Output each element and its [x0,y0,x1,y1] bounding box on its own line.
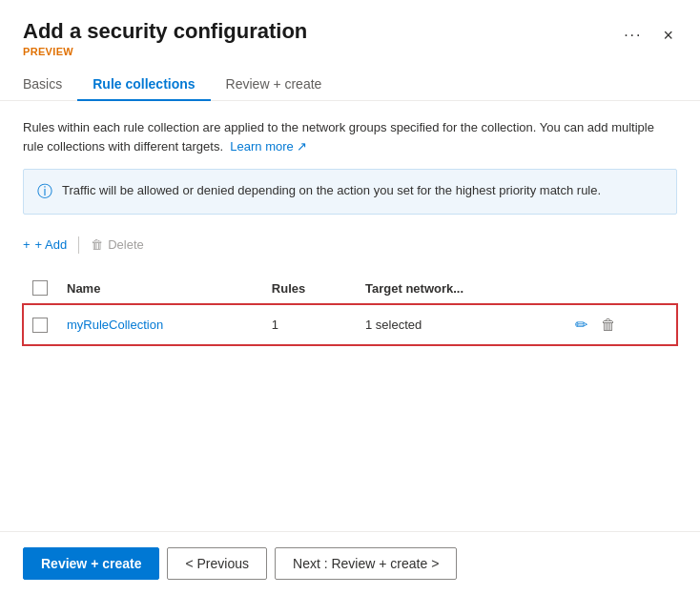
description-main: Rules within each rule collection are ap… [23,120,654,154]
next-button[interactable]: Next : Review + create > [275,547,457,580]
table-row: myRuleCollection 1 1 selected ✏ 🗑 [23,304,677,346]
tab-rule-collections[interactable]: Rule collections [77,69,210,101]
column-name: Name [57,273,262,304]
previous-button[interactable]: < Previous [167,547,267,580]
add-security-config-dialog: Add a security configuration PREVIEW ···… [0,0,700,595]
tab-basics[interactable]: Basics [23,69,77,101]
toolbar: + + Add 🗑 Delete [23,234,677,256]
row-rules-cell: 1 [262,304,356,346]
column-actions [564,273,677,304]
external-link-icon: ↗ [297,139,307,154]
tabs-container: Basics Rule collections Review + create [0,61,700,101]
add-button[interactable]: + + Add [23,234,67,256]
info-icon: ⓘ [37,182,52,202]
dialog-title-block: Add a security configuration PREVIEW [23,19,307,57]
tab-basics-label: Basics [23,76,62,92]
edit-icon: ✏ [575,316,587,334]
add-icon: + [23,237,31,252]
delete-icon: 🗑 [91,237,103,252]
content-area: Rules within each rule collection are ap… [0,101,700,531]
column-rules: Rules [262,273,356,304]
trash-icon: 🗑 [601,317,616,334]
ellipsis-button[interactable]: ··· [618,25,648,46]
add-label: + Add [35,237,68,252]
row-name-cell: myRuleCollection [57,304,262,346]
table-header-row: Name Rules Target network... [23,273,677,304]
learn-more-link[interactable]: Learn more ↗ [230,139,307,154]
edit-row-button[interactable]: ✏ [573,314,589,336]
row-checkbox-cell [23,304,57,346]
review-create-button[interactable]: Review + create [23,547,159,580]
close-button[interactable]: × [659,25,677,46]
row-target-network-cell: 1 selected [356,304,564,346]
header-checkbox[interactable] [32,280,48,296]
column-target-network: Target network... [356,273,564,304]
rule-collections-table: Name Rules Target network... [23,273,677,345]
dialog-title: Add a security configuration [23,19,307,44]
delete-button[interactable]: 🗑 Delete [91,234,144,256]
dialog-header: Add a security configuration PREVIEW ···… [0,0,700,61]
info-banner-text: Traffic will be allowed or denied depend… [62,181,601,200]
dialog-header-actions: ··· × [618,25,677,46]
description-text: Rules within each rule collection are ap… [23,118,677,155]
row-checkbox[interactable] [32,318,48,333]
info-banner: ⓘ Traffic will be allowed or denied depe… [23,169,677,215]
toolbar-divider [78,236,79,254]
tab-review-create[interactable]: Review + create [211,69,338,101]
row-actions-cell: ✏ 🗑 [564,304,677,346]
tab-review-create-label: Review + create [226,76,322,92]
delete-label: Delete [108,237,144,252]
rule-collection-name-link[interactable]: myRuleCollection [67,318,163,332]
dialog-footer: Review + create < Previous Next : Review… [0,531,700,595]
preview-label: PREVIEW [23,46,307,57]
column-checkbox [23,273,57,304]
delete-row-button[interactable]: 🗑 [599,315,618,336]
table-section: Name Rules Target network... [23,273,677,516]
tab-rule-collections-label: Rule collections [93,76,195,92]
